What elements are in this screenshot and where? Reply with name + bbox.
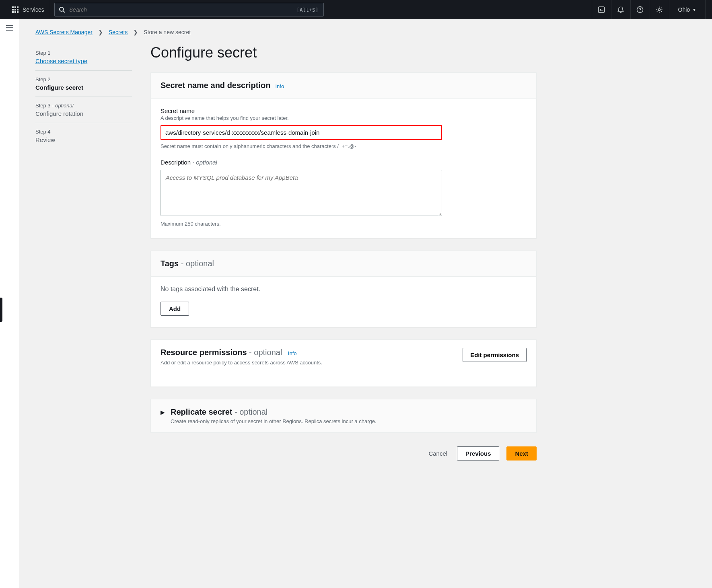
svg-rect-3 [12,9,14,10]
cancel-button[interactable]: Cancel [426,450,450,457]
page-title: Configure secret [150,44,537,61]
region-label: Ohio [678,6,690,13]
panel-replicate: ▶ Replicate secret - optional Create rea… [150,399,537,433]
secret-name-input[interactable] [161,126,441,139]
sidebar-collapsed [0,19,19,588]
step-2: Step 2 Configure secret [35,71,132,97]
chevron-right-icon: ❯ [98,29,103,35]
terminal-icon [598,6,605,13]
svg-rect-7 [14,11,16,13]
svg-rect-8 [17,11,19,13]
previous-button[interactable]: Previous [457,446,499,461]
info-link[interactable]: Info [275,83,284,89]
panel-name-description: Secret name and description Info Secret … [150,72,537,238]
svg-rect-6 [12,11,14,13]
tags-empty: No tags associated with the secret. [161,286,527,293]
search-icon [59,6,65,13]
gear-icon [656,6,663,13]
svg-rect-2 [17,6,19,8]
step-label: Configure rotation [35,110,132,117]
panel-heading: Resource permissions - optional [161,348,282,357]
side-handle[interactable] [0,298,2,322]
services-label: Services [23,6,44,13]
svg-rect-1 [14,6,16,8]
panel-heading: Replicate secret - optional [171,407,377,417]
secret-name-highlight [161,125,442,140]
region-selector[interactable]: Ohio ▼ [669,0,706,19]
svg-rect-0 [12,6,14,8]
info-link[interactable]: Info [288,350,297,356]
step-number: Step 4 [35,129,132,135]
secret-name-sub: A descriptive name that helps you find y… [161,115,527,121]
panel-resource-permissions: Resource permissions - optional Info Add… [150,339,537,387]
svg-rect-4 [14,9,16,10]
step-label: Review [35,136,132,143]
cloudshell-button[interactable] [592,0,611,19]
description-label: Description - optional [161,159,527,166]
svg-rect-11 [599,7,605,12]
description-textarea[interactable] [161,170,442,216]
crumb-secrets[interactable]: Secrets [109,29,128,35]
svg-rect-5 [17,9,19,10]
notifications-button[interactable] [611,0,630,19]
search-input[interactable] [68,6,292,13]
bell-icon [617,6,624,13]
panel-heading: Tags - optional [161,259,214,268]
step-number: Step 3 - optional [35,103,132,109]
services-menu[interactable]: Services [6,0,50,19]
nav-icons: Ohio ▼ [592,0,706,19]
step-4: Step 4 Review [35,123,132,149]
edit-permissions-button[interactable]: Edit permissions [463,348,527,362]
step-label: Configure secret [35,84,132,91]
expand-icon[interactable]: ▶ [161,409,165,415]
step-1[interactable]: Step 1 Choose secret type [35,44,132,71]
wizard-buttons: Cancel Previous Next [150,446,537,461]
svg-point-14 [640,11,640,12]
hamburger-icon[interactable] [6,25,13,31]
wizard-steps: Step 1 Choose secret type Step 2 Configu… [35,44,132,461]
svg-point-9 [60,7,64,11]
grid-icon [12,6,19,13]
svg-line-10 [63,11,65,12]
search-shortcut: [Alt+S] [292,7,323,13]
settings-button[interactable] [650,0,669,19]
help-button[interactable] [630,0,650,19]
secret-name-constraint: Secret name must contain only alphanumer… [161,143,527,149]
step-number: Step 1 [35,50,132,56]
global-search[interactable]: [Alt+S] [54,3,324,16]
svg-point-15 [658,9,661,11]
breadcrumb: AWS Secrets Manager ❯ Secrets ❯ Store a … [35,29,607,35]
chevron-down-icon: ▼ [692,8,696,12]
description-max: Maximum 250 characters. [161,221,527,227]
help-icon [636,6,644,13]
step-number: Step 2 [35,76,132,82]
step-3: Step 3 - optional Configure rotation [35,97,132,123]
chevron-right-icon: ❯ [133,29,138,35]
crumb-root[interactable]: AWS Secrets Manager [35,29,93,35]
secret-name-label: Secret name [161,107,527,114]
perm-subtext: Add or edit a resource policy to access … [161,360,322,366]
top-nav: Services [Alt+S] Ohio ▼ [0,0,712,19]
add-tag-button[interactable]: Add [161,302,189,316]
step-label[interactable]: Choose secret type [35,58,87,64]
next-button[interactable]: Next [506,446,537,461]
crumb-current: Store a new secret [144,29,191,35]
panel-heading: Secret name and description [161,81,270,90]
panel-tags: Tags - optional No tags associated with … [150,251,537,327]
replicate-subtext: Create read-only replicas of your secret… [171,418,377,424]
